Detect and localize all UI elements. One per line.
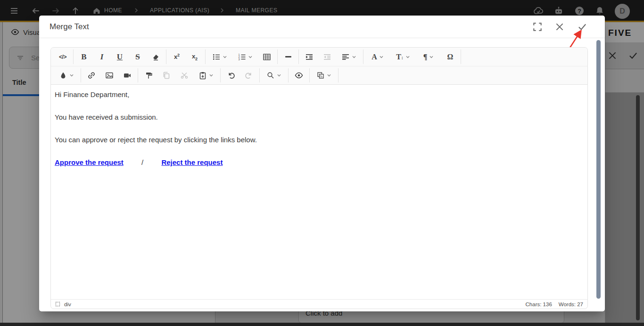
chevron-down-icon [352, 55, 356, 59]
insert-video-button[interactable] [118, 69, 136, 82]
toolbar-separator [277, 49, 278, 64]
toolbar-separator [73, 49, 74, 64]
dialog-scrollbar-thumb[interactable] [596, 40, 601, 299]
bold-glyph: B [81, 53, 86, 61]
merge-fields-button[interactable] [311, 69, 337, 82]
underline-button[interactable]: U [111, 50, 129, 64]
strikethrough-glyph: S [135, 53, 140, 61]
outdent-button[interactable] [318, 50, 336, 64]
omega-glyph: Ω [447, 53, 454, 61]
bullet-list-icon [212, 53, 221, 61]
chevron-down-icon [379, 55, 384, 59]
chevron-down-icon [248, 55, 253, 59]
redo-button[interactable] [240, 69, 258, 82]
cut-button[interactable] [175, 69, 193, 82]
droplet-icon [59, 71, 67, 80]
bold-button[interactable]: B [75, 50, 93, 64]
toolbar-separator [81, 68, 81, 82]
toolbar-separator [166, 49, 166, 64]
align-left-icon [341, 53, 350, 61]
chevron-down-icon [405, 55, 410, 59]
numbered-list-icon [238, 53, 246, 61]
dialog-header: Merge Text [39, 16, 605, 38]
reject-request-link[interactable]: Reject the request [161, 158, 223, 166]
horizontal-rule-icon [285, 56, 291, 57]
preview-button[interactable] [290, 69, 308, 82]
chevron-down-icon [223, 55, 227, 59]
indent-button[interactable] [300, 50, 318, 64]
copy-button[interactable] [157, 69, 175, 82]
chevron-down-icon [277, 73, 281, 78]
copy-icon [162, 71, 171, 80]
text-color-button[interactable] [54, 69, 79, 82]
fullscreen-icon[interactable] [532, 22, 543, 32]
toolbar-separator [338, 68, 339, 82]
outdent-icon [323, 53, 331, 61]
toolbar-separator [309, 68, 310, 82]
remove-format-button[interactable] [147, 50, 165, 64]
special-character-button[interactable]: Ω [441, 50, 459, 64]
font-size-button[interactable]: T↕ [390, 50, 416, 64]
image-icon [105, 71, 114, 80]
chevron-down-icon [209, 73, 214, 78]
magnifier-icon [266, 71, 275, 80]
editor-toolbar-row-1: </> B I U S x2 x2 [51, 48, 587, 66]
undo-icon [227, 71, 235, 80]
eye-icon [295, 71, 303, 80]
insert-table-button[interactable] [258, 50, 276, 64]
scissors-icon [180, 71, 189, 80]
links-line: Approve the request / Reject the request [55, 158, 584, 167]
paragraph: Hi Finance Department, [55, 90, 584, 99]
toolbar-separator [363, 49, 363, 64]
link-separator: / [141, 158, 143, 167]
clipboard-icon [198, 71, 207, 80]
paint-roller-icon [144, 71, 153, 80]
strikethrough-button[interactable]: S [129, 50, 147, 64]
confirm-check-icon[interactable] [577, 22, 587, 32]
editor-toolbar-row-2 [51, 66, 587, 85]
insert-image-button[interactable] [100, 69, 118, 82]
find-replace-button[interactable] [261, 69, 287, 82]
merge-fields-icon [316, 71, 325, 80]
horizontal-rule-button[interactable] [279, 50, 297, 64]
superscript-button[interactable]: x2 [168, 50, 186, 64]
paragraph-format-button[interactable]: ¶ [416, 50, 441, 64]
element-path[interactable]: div [55, 302, 71, 307]
word-count: Words: 27 [559, 302, 583, 307]
subscript-glyph: x2 [192, 53, 198, 61]
toolbar-separator [298, 49, 299, 64]
toolbar-separator [205, 49, 206, 64]
element-select-icon [55, 302, 60, 307]
chevron-down-icon [69, 73, 74, 78]
paragraph: You can approve or reject the request by… [55, 135, 584, 145]
unordered-list-button[interactable] [207, 50, 232, 64]
toolbar-separator [220, 68, 221, 82]
merge-text-dialog: Merge Text </> B I U S x2 x2 [39, 16, 605, 311]
underline-glyph: U [117, 53, 123, 61]
paragraph: You have received a submission. [55, 113, 584, 122]
table-icon [263, 53, 271, 61]
ordered-list-button[interactable] [232, 50, 258, 64]
format-painter-button[interactable] [140, 69, 157, 82]
chevron-down-icon [327, 73, 331, 78]
font-size-glyph: T↕ [396, 53, 404, 61]
paste-button[interactable] [193, 69, 219, 82]
eraser-icon [151, 53, 160, 61]
element-path-label: div [64, 302, 71, 307]
italic-button[interactable]: I [93, 50, 111, 64]
insert-link-button[interactable] [83, 69, 100, 82]
undo-button[interactable] [222, 69, 240, 82]
close-icon[interactable] [554, 22, 565, 32]
code-view-button[interactable]: </> [54, 50, 72, 64]
rich-text-editor: </> B I U S x2 x2 [50, 47, 588, 309]
subscript-button[interactable]: x2 [186, 50, 204, 64]
toolbar-separator [259, 68, 260, 82]
editor-content-area[interactable]: Hi Finance Department, You have received… [51, 85, 587, 299]
font-family-button[interactable]: A [365, 50, 390, 64]
char-count: Chars: 136 [526, 302, 552, 307]
paragraph-glyph: ¶ [423, 53, 428, 61]
alignment-button[interactable] [336, 50, 362, 64]
editor-status-bar: div Chars: 136 Words: 27 [51, 299, 587, 309]
approve-request-link[interactable]: Approve the request [55, 158, 124, 166]
toolbar-separator [461, 49, 461, 64]
